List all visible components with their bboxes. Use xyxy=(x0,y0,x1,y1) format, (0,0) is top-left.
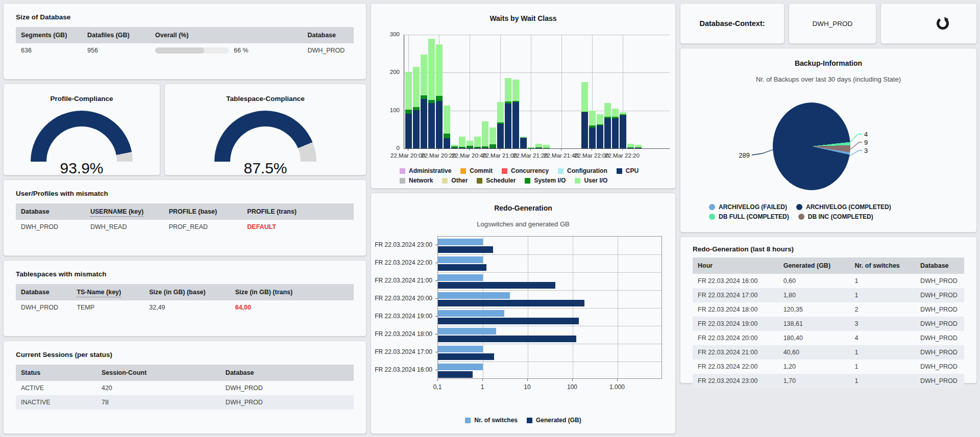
column-header[interactable]: TS-Name (key) xyxy=(71,284,144,300)
legend-item: CPU xyxy=(617,167,639,174)
wait-bar-segment xyxy=(597,114,603,124)
legend-item: System I/O xyxy=(525,177,566,184)
table-cell: ACTIVE xyxy=(16,381,96,395)
column-header-label: PROFILE (trans) xyxy=(247,208,297,215)
legend-swatch xyxy=(442,178,448,184)
chart-subtitle: Nr. of Backups over last 30 days (includ… xyxy=(680,75,976,83)
column-header[interactable]: Database xyxy=(16,203,85,220)
wait-bar-segment xyxy=(421,95,427,99)
x-axis-label: 1.000 xyxy=(602,383,632,391)
switches-bar xyxy=(438,364,483,370)
refresh-icon[interactable] xyxy=(936,16,950,31)
wait-bar-segment xyxy=(444,134,450,138)
chart-subtitle: Logswitches and generated GB xyxy=(371,220,675,228)
column-header-label: Overall (%) xyxy=(155,32,188,39)
legend-swatch xyxy=(527,418,532,423)
wait-bar-segment xyxy=(474,137,481,147)
generated-bar xyxy=(438,371,473,378)
wait-bar-segment xyxy=(413,110,420,148)
wait-bar-segment xyxy=(604,117,611,118)
pie-callout-value: 4 xyxy=(864,131,868,138)
table-cell: 1,70 xyxy=(778,374,850,388)
wait-bar-segment xyxy=(627,147,634,148)
waits-chart: 010020030022.Mar 20:0022.Mar 20:2022.Mar… xyxy=(375,30,671,161)
column-header-label: Size (in GB) (base) xyxy=(149,289,205,296)
wait-bar-segment xyxy=(620,115,626,148)
pie-callout-value: 9 xyxy=(864,139,868,146)
wait-bar-segment xyxy=(505,101,511,104)
wait-bar-segment xyxy=(620,114,626,115)
legend-swatch xyxy=(525,178,530,184)
legend-label: Scheduler xyxy=(486,177,516,184)
legend-label: DB FULL (COMPLETED) xyxy=(719,213,789,220)
legend-item: User I/O xyxy=(575,177,607,184)
waits-legend: AdministrativeCommitConcurrencyConfigura… xyxy=(400,167,668,184)
panel-title: User/Profiles with mismatch xyxy=(4,180,366,203)
column-header[interactable]: Database xyxy=(220,365,354,381)
wait-bar-segment xyxy=(451,145,458,146)
column-header[interactable]: Database xyxy=(16,284,71,300)
column-header[interactable]: Size (in GB) (base) xyxy=(144,284,230,300)
panel-waits-by-wait-class: Waits by Wait Class 010020030022.Mar 20:… xyxy=(371,3,676,189)
database-context-label: Database-Context: xyxy=(699,19,765,28)
column-header[interactable]: Database xyxy=(915,258,964,274)
column-header[interactable]: Status xyxy=(16,365,96,381)
column-header[interactable]: Nr. of switches xyxy=(850,258,915,274)
table-cell: 138,61 xyxy=(778,317,850,331)
database-context-value: DWH_PROD xyxy=(813,20,853,28)
panel-redo-generation-chart: Redo-Generation Logswitches and generate… xyxy=(371,193,676,434)
wait-bar-segment xyxy=(482,146,488,148)
table-cell: FR 22.03.2024 23:00 xyxy=(693,374,778,388)
table-cell: DWH_PROD xyxy=(915,274,964,288)
progress-cell: 66 % xyxy=(155,47,297,54)
generated-bar xyxy=(438,264,486,271)
wait-bar-segment xyxy=(635,145,642,147)
column-header[interactable]: Generated (GB) xyxy=(778,258,850,274)
column-header[interactable]: Hour xyxy=(693,258,778,274)
column-header[interactable]: Overall (%) xyxy=(150,27,302,43)
tablespace-compliance-gauge: 87.5% xyxy=(214,111,316,177)
redo-chart: 0,11101001.000FR 22.03.2024 23:00FR 22.0… xyxy=(371,236,675,404)
table-row: FR 22.03.2024 21:0040,601DWH_PROD xyxy=(693,345,964,359)
column-header[interactable]: USERNAME (key) xyxy=(85,203,164,220)
panel-title: Tablespaces with mismatch xyxy=(4,261,366,284)
x-axis-label: 22.Mar 22:20 xyxy=(603,152,642,160)
table-cell: 3 xyxy=(850,317,915,331)
wait-bar-segment xyxy=(589,125,596,127)
wait-bar-segment xyxy=(620,112,626,114)
wait-bar-segment xyxy=(512,102,519,148)
legend-swatch xyxy=(575,178,580,184)
wait-bar-segment xyxy=(459,137,465,147)
legend-swatch xyxy=(709,214,715,220)
table-cell: FR 22.03.2024 17:00 xyxy=(693,288,778,302)
wait-bar-segment xyxy=(467,146,473,148)
generated-bar xyxy=(438,318,579,324)
column-header[interactable]: Size (in GB) (trans) xyxy=(230,284,354,300)
column-header[interactable]: PROFILE (trans) xyxy=(242,203,354,220)
table-header-row: DatabaseTS-Name (key)Size (in GB) (base)… xyxy=(16,284,354,300)
column-header[interactable]: Database xyxy=(302,27,354,43)
column-header[interactable]: Datafiles (GB) xyxy=(82,27,150,43)
y-axis-label: 200 xyxy=(384,69,400,76)
wait-bar-segment xyxy=(612,117,619,118)
wait-bar-segment xyxy=(421,55,427,95)
sessions-table: StatusSession-CountDatabaseACTIVE420DWH_… xyxy=(4,365,366,409)
generated-bar xyxy=(438,282,555,289)
y-axis-label: FR 22.03.2024 17:00 xyxy=(371,348,432,355)
column-header[interactable]: Session-Count xyxy=(96,365,220,381)
x-axis-label: 10 xyxy=(512,383,543,391)
table-row: FR 22.03.2024 18:00120,352DWH_PROD xyxy=(693,302,964,317)
table: HourGenerated (GB)Nr. of switchesDatabas… xyxy=(693,258,964,388)
column-header[interactable]: PROFILE (base) xyxy=(164,203,242,220)
column-header-label: Database xyxy=(21,289,50,296)
column-header[interactable]: Segments (GB) xyxy=(16,27,82,43)
table-row: FR 22.03.2024 19:00138,613DWH_PROD xyxy=(693,317,964,331)
wait-bar-segment xyxy=(467,141,473,146)
column-header-label: Database xyxy=(21,208,50,215)
wait-bar-segment xyxy=(543,145,550,148)
column-header-label: Database xyxy=(307,32,336,39)
table-cell: 1 xyxy=(850,374,915,388)
wait-bar-segment xyxy=(520,137,527,138)
gauge-arc xyxy=(31,111,133,162)
generated-bar xyxy=(438,336,576,342)
